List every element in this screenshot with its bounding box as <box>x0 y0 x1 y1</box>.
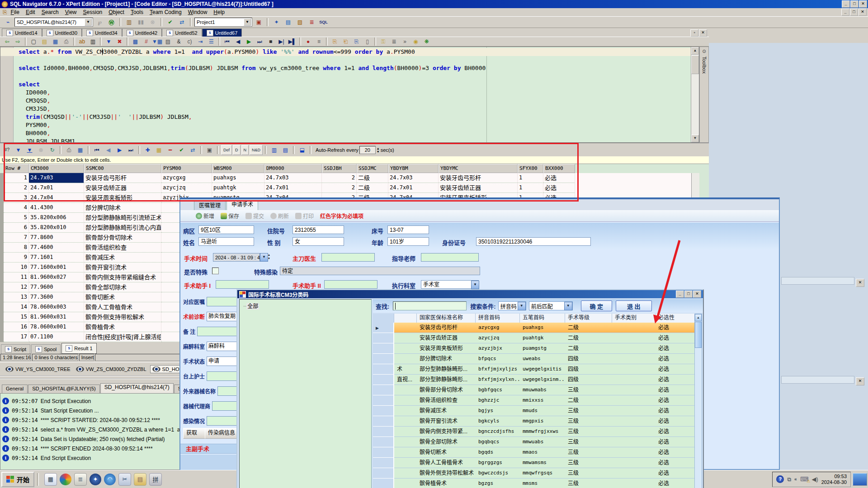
collapse-tray-icon[interactable]: « <box>794 477 797 482</box>
output-tab[interactable]: General <box>2 385 28 393</box>
print-button[interactable]: 打印 <box>295 212 314 220</box>
prev-record-icon[interactable]: ◀ <box>233 37 243 47</box>
col-pysm00[interactable]: PYSM00 <box>161 164 212 173</box>
calculator-icon[interactable]: ▦ <box>44 473 57 486</box>
field-value[interactable]: 麻醉科 <box>207 342 238 351</box>
list-item[interactable]: 髌骨人工骨植骨术 bgrggzgs mmwamsms 三级 必选 <box>373 458 697 468</box>
mdi-close-icon[interactable]: ✕ <box>859 9 867 16</box>
editor-tab[interactable]: S Untitled30 <box>42 28 82 37</box>
more-icon[interactable]: » <box>400 37 410 47</box>
dialog-titlebar[interactable]: 国际手术标准CM3分类码 _ □ ✕ <box>237 290 703 298</box>
col-dm0000[interactable]: DM0000 <box>264 164 322 173</box>
snipping-icon[interactable]: ✂ <box>118 473 131 486</box>
match-combo[interactable]: 前后匹配▼ <box>529 301 573 310</box>
name-field[interactable]: 马逊圻 <box>198 237 254 246</box>
tray-clock[interactable]: 09:53 2024-08-30 <box>821 474 847 485</box>
bed-field[interactable]: 13-07 <box>387 225 429 234</box>
age-field[interactable]: 101岁 <box>387 237 429 246</box>
asst2-field[interactable] <box>324 280 377 289</box>
table-row[interactable]: 2 24.7x01 安装牙齿矫正器 azycjzq puahtgk 24.7x0… <box>4 183 692 193</box>
col-wubi[interactable]: 五笔首码 <box>520 314 565 323</box>
chevron-down-icon[interactable]: ▼ <box>85 19 92 26</box>
menu-item[interactable]: Search <box>39 9 61 16</box>
rec-next-icon[interactable]: ▶ <box>114 145 125 155</box>
col-wbsm00[interactable]: WBSM00 <box>212 164 264 173</box>
run-icon[interactable]: ▶ <box>244 37 254 47</box>
grid-refresh-icon[interactable]: ↻ <box>47 145 57 155</box>
scroll-thumb[interactable] <box>695 322 702 348</box>
indent-icon[interactable]: ⇥ <box>195 37 206 47</box>
adm-field[interactable]: 2312055 <box>292 225 344 234</box>
web-icon[interactable]: Ⓦ <box>106 17 117 27</box>
grid-view-icon[interactable]: ▥ <box>269 145 279 155</box>
col-rownum[interactable]: Row # <box>4 164 29 173</box>
panel-close-icon[interactable]: ✕ <box>856 279 864 287</box>
pause-icon[interactable]: ▮▮ <box>136 17 146 27</box>
list-item[interactable]: 直视... 部分型肺静脉畸形... bfxfjmjxylxn... uwgege… <box>373 375 697 385</box>
stop-exec-icon[interactable]: ■ <box>265 37 276 47</box>
list-item[interactable]: 安装牙齿弓形杆 azycgxg puahxgs 二级 必选 <box>373 323 697 333</box>
close-icon[interactable]: ✕ <box>859 0 867 8</box>
editor-tab[interactable]: S Untitled34 <box>82 28 122 37</box>
debug-icon[interactable]: ❋ <box>421 37 432 47</box>
commit-icon[interactable]: ✔ <box>165 17 175 27</box>
session-combo[interactable]: SD_HOSPITAL@his214(7) ▼ <box>14 18 93 27</box>
editor-list-icon[interactable]: ▤ <box>283 17 293 27</box>
dialog-scrollbar[interactable]: ▲ <box>694 314 702 488</box>
paste-icon[interactable]: ⎘ <box>351 37 362 47</box>
col-name[interactable]: 国家医保标准名称 <box>417 314 476 323</box>
tree-root-node[interactable]: 全部 <box>246 303 259 310</box>
qq-browser-icon[interactable]: ◠ <box>104 474 116 485</box>
dialog-minimize-icon[interactable]: _ <box>676 291 684 298</box>
editor-tab[interactable]: S Untitled52 <box>162 28 202 37</box>
search-input[interactable] <box>393 301 467 310</box>
grid-cancel-icon[interactable]: ⊗ <box>36 145 46 155</box>
dialog-maximize-icon[interactable]: □ <box>684 291 693 298</box>
field-value[interactable] <box>207 297 238 306</box>
sql-icon[interactable]: ℘ <box>94 17 105 27</box>
field-value[interactable] <box>217 386 238 396</box>
clip-icon[interactable]: ▯ <box>362 37 373 47</box>
menu-item[interactable]: Team Coding <box>147 9 184 16</box>
save-icon[interactable]: ▦ <box>50 37 61 47</box>
category-tree[interactable]: ┄全部 <box>239 299 372 488</box>
surgeon-field[interactable] <box>321 253 375 262</box>
copy2-icon[interactable]: ⎗ <box>340 37 351 47</box>
field-value[interactable] <box>212 401 238 411</box>
ward-field[interactable]: 9区10区 <box>198 225 254 234</box>
chevron-down-icon[interactable]: ▼ <box>564 302 572 310</box>
new-button[interactable]: 新增 <box>196 212 214 220</box>
infect-field[interactable]: 待定 <box>280 267 480 275</box>
menu-item[interactable]: Tools <box>128 9 146 16</box>
outline-icon[interactable]: ≣ <box>389 37 399 47</box>
sort-icon[interactable]: ≣ <box>307 17 317 27</box>
col-grade[interactable]: 手术等级 <box>565 314 612 323</box>
project-combo[interactable]: Project1 ▼ <box>194 18 252 27</box>
connect-icon[interactable]: ⌁ <box>3 17 13 27</box>
his-tab[interactable]: 申请手术 <box>226 200 258 210</box>
dept-combo[interactable]: 手术室 <box>421 280 479 289</box>
next-record-icon[interactable]: ▶| <box>276 37 287 47</box>
help-tray-icon[interactable]: ? <box>776 475 784 483</box>
rec-last-icon[interactable]: ⏭ <box>126 145 136 155</box>
list-item[interactable]: 髌骨减压术 bgjys mmuds 三级 必选 <box>373 406 697 416</box>
menu-item[interactable]: Help <box>211 9 227 16</box>
tutor-field[interactable] <box>421 253 479 262</box>
editor-tab[interactable]: S Untitled14 <box>2 28 42 37</box>
grid-filter-underline-icon[interactable]: ▼ <box>24 145 35 155</box>
dept-dropdown-icon[interactable]: ▼ <box>471 281 479 289</box>
input-method-icon[interactable]: 拼 <box>149 473 162 486</box>
rollback-icon[interactable]: ⇄ <box>177 17 187 27</box>
editor-tab[interactable]: S Untitled42 <box>122 28 162 37</box>
tab-list-icon[interactable]: ▫ <box>690 29 698 37</box>
form-view-icon[interactable]: ▤ <box>280 145 291 155</box>
table-row[interactable]: 1 24.7x03 安装牙齿弓形杆 azycgxg puahxgs 24.7x0… <box>4 173 692 183</box>
ie-compass-icon[interactable]: ✦ <box>90 474 101 485</box>
rec-first-icon[interactable]: ⏮ <box>92 145 102 155</box>
optime-dropdown-icon[interactable]: ▼ <box>260 253 268 262</box>
col-required[interactable]: 必选性 <box>656 314 697 323</box>
document-tab[interactable]: VW_YS_CM3000_TREE <box>4 366 72 373</box>
list-item[interactable]: 髌骨切断术 bgqds mmaos 三级 必选 <box>373 447 697 458</box>
list-item[interactable]: 安装牙齿矫正器 azycjzq puahtgk 二级 必选 <box>373 333 697 343</box>
menu-item[interactable]: File <box>8 9 22 16</box>
